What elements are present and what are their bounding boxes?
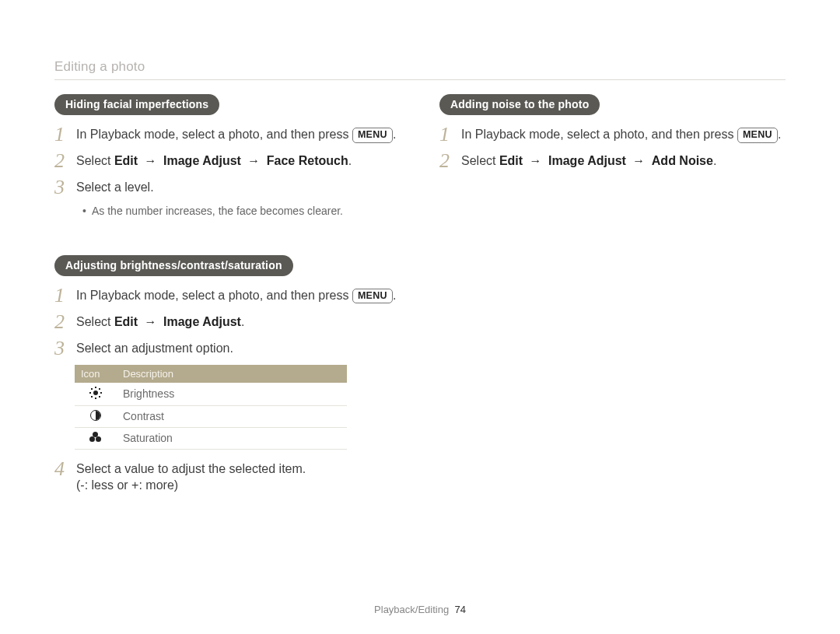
step-number: 1 bbox=[54, 124, 67, 145]
step-text-b: . bbox=[393, 128, 396, 141]
header-rule bbox=[54, 79, 786, 80]
step-text: Select an adjustment option. bbox=[76, 338, 233, 357]
step-text-a: In Playback mode, select a photo, and th… bbox=[76, 289, 352, 302]
right-column: Adding noise to the photo 1 In Playback … bbox=[439, 94, 786, 500]
menu-path-image-adjust: Image Adjust bbox=[163, 315, 241, 328]
table-cell-description: Saturation bbox=[117, 427, 347, 449]
step-number: 1 bbox=[54, 285, 67, 306]
step-text-b: . bbox=[393, 289, 396, 302]
arrow-icon: → bbox=[523, 154, 548, 167]
step-text: Select Edit → Image Adjust. bbox=[76, 312, 244, 331]
footer-page-number: 74 bbox=[454, 604, 465, 615]
table-cell-description: Brightness bbox=[117, 383, 347, 406]
step-number: 2 bbox=[54, 312, 67, 332]
step-number: 3 bbox=[54, 338, 67, 359]
step-text: In Playback mode, select a photo, and th… bbox=[76, 124, 396, 143]
step-suffix: . bbox=[713, 154, 716, 167]
step-text-a: In Playback mode, select a photo, and th… bbox=[76, 128, 352, 141]
saturation-icon bbox=[75, 427, 117, 449]
options-table: Icon Description Brightness Contrast bbox=[75, 365, 347, 450]
step-text: Select Edit → Image Adjust → Face Retouc… bbox=[76, 151, 352, 170]
menu-path-image-adjust: Image Adjust bbox=[548, 154, 626, 167]
step-row: 1 In Playback mode, select a photo, and … bbox=[54, 124, 401, 145]
step-number: 4 bbox=[54, 459, 67, 479]
step-row: 3 Select a level. bbox=[54, 177, 401, 198]
step-suffix: . bbox=[241, 315, 244, 328]
step-suffix: . bbox=[348, 154, 352, 167]
table-header-icon: Icon bbox=[75, 365, 117, 383]
step-number: 1 bbox=[439, 124, 452, 145]
step-text-a: In Playback mode, select a photo, and th… bbox=[461, 128, 737, 141]
step-row: 2 Select Edit → Image Adjust → Face Reto… bbox=[54, 151, 401, 171]
step-row: 1 In Playback mode, select a photo, and … bbox=[54, 285, 401, 306]
step-row: 4 Select a value to adjust the selected … bbox=[54, 459, 401, 494]
step-row: 1 In Playback mode, select a photo, and … bbox=[439, 124, 786, 145]
section-pill-adjusting: Adjusting brightness/contrast/saturation bbox=[54, 255, 293, 276]
step-line-2: (-: less or +: more) bbox=[76, 478, 178, 492]
footer-section: Playback/Editing bbox=[374, 604, 449, 615]
step-prefix: Select bbox=[461, 154, 499, 167]
menu-path-image-adjust: Image Adjust bbox=[163, 154, 241, 167]
section-pill-hiding: Hiding facial imperfections bbox=[54, 94, 219, 115]
step-note: As the number increases, the face become… bbox=[82, 204, 401, 219]
arrow-icon: → bbox=[138, 154, 163, 167]
step-text: Select Edit → Image Adjust → Add Noise. bbox=[461, 151, 716, 170]
left-column: Hiding facial imperfections 1 In Playbac… bbox=[54, 94, 401, 500]
table-header-description: Description bbox=[117, 365, 347, 383]
step-text-b: . bbox=[778, 128, 781, 141]
menu-path-edit: Edit bbox=[114, 315, 138, 328]
menu-button-label: MENU bbox=[352, 289, 393, 304]
step-row: 3 Select an adjustment option. bbox=[54, 338, 401, 359]
step-text: Select a level. bbox=[76, 177, 154, 196]
menu-button-label: MENU bbox=[352, 128, 393, 143]
manual-page: Editing a photo Hiding facial imperfecti… bbox=[0, 0, 840, 500]
contrast-icon bbox=[75, 405, 117, 427]
menu-path-face-retouch: Face Retouch bbox=[267, 154, 348, 167]
step-text: In Playback mode, select a photo, and th… bbox=[76, 285, 396, 304]
step-prefix: Select bbox=[76, 315, 114, 328]
step-row: 2 Select Edit → Image Adjust. bbox=[54, 312, 401, 332]
arrow-icon: → bbox=[241, 154, 267, 167]
section-pill-noise: Adding noise to the photo bbox=[439, 94, 600, 115]
content-columns: Hiding facial imperfections 1 In Playbac… bbox=[54, 94, 786, 500]
step-number: 2 bbox=[439, 151, 452, 171]
table-cell-description: Contrast bbox=[117, 405, 347, 427]
step-row: 2 Select Edit → Image Adjust → Add Noise… bbox=[439, 151, 786, 171]
step-note-list: As the number increases, the face become… bbox=[54, 204, 401, 219]
page-footer: Playback/Editing 74 bbox=[0, 604, 840, 615]
arrow-icon: → bbox=[626, 154, 652, 167]
step-prefix: Select bbox=[76, 154, 114, 167]
step-number: 3 bbox=[54, 177, 67, 198]
brightness-icon bbox=[75, 383, 117, 406]
table-row: Saturation bbox=[75, 427, 347, 449]
table-row: Brightness bbox=[75, 383, 347, 406]
step-text: Select a value to adjust the selected it… bbox=[76, 459, 306, 494]
step-line-1: Select a value to adjust the selected it… bbox=[76, 462, 306, 475]
step-text: In Playback mode, select a photo, and th… bbox=[461, 124, 781, 143]
menu-button-label: MENU bbox=[737, 128, 778, 143]
menu-path-edit: Edit bbox=[114, 154, 138, 167]
page-header-title: Editing a photo bbox=[54, 59, 786, 75]
arrow-icon: → bbox=[138, 315, 163, 328]
menu-path-add-noise: Add Noise bbox=[652, 154, 713, 167]
menu-path-edit: Edit bbox=[499, 154, 523, 167]
table-row: Contrast bbox=[75, 405, 347, 427]
step-number: 2 bbox=[54, 151, 67, 171]
